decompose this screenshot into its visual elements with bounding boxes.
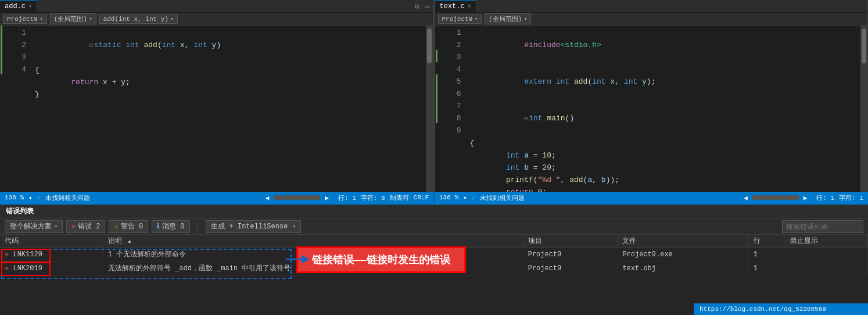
filter-arrow-icon: ▾	[55, 224, 58, 229]
right-code-line-7: printf("%d ", add(a, b));	[470, 174, 861, 186]
panel-title: 错误列表	[6, 206, 34, 216]
col-header-description[interactable]: 说明 ▲	[103, 235, 523, 248]
right-editor-panel: text.c × Project9 ▾ (全局范围) ▾	[435, 0, 869, 192]
error-line-2: 1	[748, 262, 785, 275]
error-desc-1: 1 个无法解析的外部命令	[103, 248, 523, 262]
scrollbar-h-left[interactable]	[274, 195, 320, 200]
scrollbar-h-right[interactable]	[752, 195, 799, 200]
no-issues-left: 未找到相关问题	[45, 194, 90, 202]
col-header-file[interactable]: 文件	[618, 235, 749, 248]
main-container: add.c × ⚙ ⇔ Project9 ▾ (全局范围) ▾ add(int	[0, 0, 868, 315]
function-arrow-left: ▾	[171, 16, 174, 22]
left-tab-add[interactable]: add.c ×	[0, 0, 37, 13]
scroll-left-right[interactable]: ◀	[744, 194, 748, 202]
collapse-icon-r3[interactable]: ⊟	[524, 116, 528, 122]
col-header-suppress[interactable]: 禁止显示	[785, 235, 868, 248]
filter-label: 整个解决方案	[10, 221, 52, 231]
row-error-icon-2: ✕	[5, 264, 9, 273]
tab-close-icon[interactable]: ×	[28, 3, 32, 10]
toolbar-separator: |	[196, 222, 200, 231]
col-header-project[interactable]: 项目	[523, 235, 618, 248]
status-row: 136 % ▾ ✓ 未找到相关问题 ◀ ▶ 行: 1 字符: 8 制表符 CRL…	[0, 192, 868, 203]
function-dropdown-left[interactable]: add(int x, int y) ▾	[99, 15, 178, 24]
right-code-content[interactable]: #include<stdio.h> extern int add(int x, …	[467, 26, 861, 192]
right-code-line-4: {	[470, 137, 861, 149]
right-code-line-2: extern int add(int x, int y);	[470, 63, 861, 100]
check-icon-right: ✓	[472, 194, 476, 202]
error-list-table: 代码 说明 ▲ 项目 文件 行	[0, 235, 868, 275]
error-code-1: ✕ LNK1120	[0, 248, 103, 262]
error-count-button[interactable]: ✕ 错误 2	[66, 220, 106, 233]
col-label-right: 字符: 1	[839, 194, 863, 202]
error-project-2: Project9	[523, 262, 618, 275]
right-scrollbar[interactable]	[860, 26, 867, 192]
tab-label: add.c	[5, 2, 26, 10]
build-button[interactable]: 生成 + IntelliSense ▾	[206, 220, 301, 233]
warning-count-label: 警告 0	[121, 221, 143, 231]
error-icon: ✕	[71, 222, 76, 231]
code-line-4: }	[35, 88, 426, 101]
warning-count-button[interactable]: ⚠ 警告 0	[109, 220, 148, 233]
error-code-2: ✕ LNK2019	[0, 262, 103, 275]
table-header-row: 代码 说明 ▲ 项目 文件 行	[0, 235, 868, 248]
line-num-4: 4	[3, 63, 26, 76]
scroll-right-left[interactable]: ▶	[325, 194, 329, 202]
right-editor-toolbar: Project9 ▾ (全局范围) ▾	[435, 13, 868, 26]
project-dropdown-left[interactable]: Project9 ▾	[3, 15, 47, 24]
scope-dropdown-right[interactable]: (全局范围) ▾	[485, 13, 531, 24]
error-row-2[interactable]: ✕ LNK2019 无法解析的外部符号 _add，函数 _main 中引用了该符…	[0, 262, 868, 275]
pin-icon[interactable]: ⇔	[422, 2, 433, 11]
no-issues-right: 未找到相关问题	[480, 194, 525, 202]
line-num-1: 1	[3, 27, 26, 39]
settings-icon[interactable]: ⚙	[415, 2, 419, 11]
left-line-numbers: 1 2 3 4	[3, 26, 32, 192]
collapse-icon-1[interactable]: ⊟	[89, 42, 93, 49]
right-code-area: 1 2 3 4 5 6 7 8 9 #include<stdio.h>	[435, 26, 868, 192]
editors-row: add.c × ⚙ ⇔ Project9 ▾ (全局范围) ▾ add(int	[0, 0, 868, 192]
left-tab-bar: add.c × ⚙ ⇔	[0, 0, 433, 13]
left-scrollbar[interactable]	[426, 26, 433, 192]
encoding-left: 制表符	[390, 194, 409, 202]
error-search-input[interactable]	[782, 220, 863, 233]
col-label-left: 字符: 8	[361, 194, 385, 202]
error-desc-2: 无法解析的外部符号 _add，函数 _main 中引用了该符号	[103, 262, 523, 275]
zoom-arrow-right[interactable]: ▾	[463, 194, 467, 202]
panel-toolbar: 整个解决方案 ▾ ✕ 错误 2 ⚠ 警告 0 ℹ 消息 0 | 生成 + Int…	[0, 219, 868, 235]
error-project-1: Project9	[523, 248, 618, 262]
right-line-numbers: 1 2 3 4 5 6 7 8 9	[438, 26, 467, 192]
scroll-left-left[interactable]: ◀	[266, 194, 270, 202]
left-editor-toolbar: Project9 ▾ (全局范围) ▾ add(int x, int y) ▾	[0, 13, 433, 26]
scope-arrow-right: ▾	[524, 16, 527, 22]
right-code-line-8: return 0;	[470, 186, 861, 192]
project-arrow-left: ▾	[40, 16, 43, 22]
error-file-1: Project9.exe	[618, 248, 749, 262]
col-header-line[interactable]: 行	[748, 235, 785, 248]
zoom-arrow-left[interactable]: ▾	[28, 194, 33, 202]
right-tab-close-icon[interactable]: ×	[468, 3, 471, 10]
scroll-right-right[interactable]: ▶	[804, 194, 808, 202]
project-dropdown-right[interactable]: Project9 ▾	[438, 15, 482, 24]
check-icon-left: ✓	[37, 194, 41, 202]
error-row-1[interactable]: ✕ LNK1120 1 个无法解析的外部命令 Project9 Project9…	[0, 248, 868, 262]
info-count-button[interactable]: ℹ 消息 0	[152, 220, 189, 233]
left-scrollbar-thumb	[427, 28, 432, 63]
row-error-icon-1: ✕	[5, 250, 9, 259]
right-tab-text[interactable]: text.c ×	[435, 0, 476, 13]
line-ending-left: CRLF	[414, 194, 429, 201]
scope-label-right: (全局范围)	[489, 15, 522, 23]
solution-filter-dropdown[interactable]: 整个解决方案 ▾	[5, 220, 63, 233]
left-code-content[interactable]: ⊟static int add(int x, int y) { return x…	[32, 26, 426, 192]
right-code-line-5: int a = 10;	[470, 149, 861, 162]
line-num-2: 2	[3, 39, 26, 51]
col-header-code[interactable]: 代码	[0, 235, 103, 248]
code-line-3: return x + y;	[35, 76, 426, 88]
panel-title-bar: 错误列表	[0, 205, 868, 219]
zoom-label-right[interactable]: 136 %	[439, 194, 458, 201]
info-icon: ℹ	[157, 222, 160, 231]
row-label-left: 行: 1	[338, 194, 356, 202]
warning-icon: ⚠	[114, 222, 118, 231]
build-arrow-icon: ▾	[293, 224, 296, 229]
zoom-label-left[interactable]: 136 %	[5, 194, 24, 201]
scope-dropdown-left[interactable]: (全局范围) ▾	[50, 13, 96, 24]
right-code-line-3: ⊟int main()	[470, 100, 861, 137]
